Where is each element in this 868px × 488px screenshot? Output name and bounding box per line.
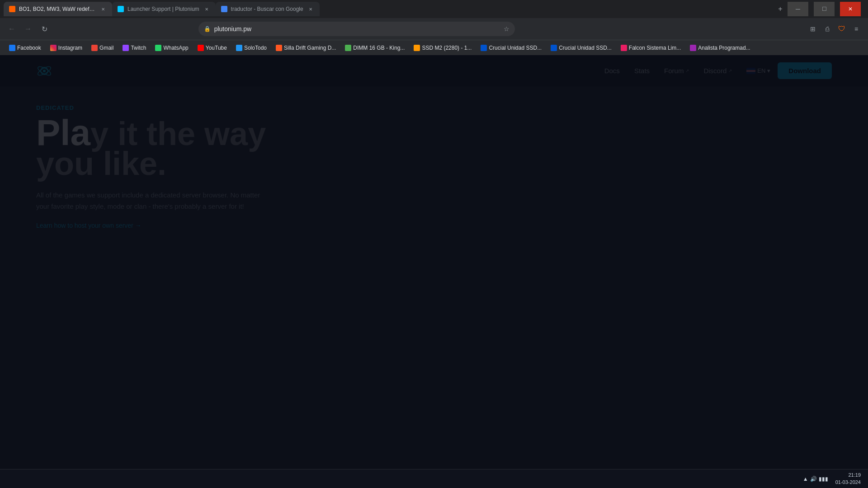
- tray-volume-icon[interactable]: 🔊: [810, 476, 817, 482]
- bookmark-favicon: [345, 45, 351, 51]
- close-button[interactable]: ✕: [840, 2, 861, 16]
- bookmark-label: Silla Drift Gaming D...: [284, 45, 336, 51]
- bookmark-label: DIMM 16 GB - King...: [353, 45, 405, 51]
- bookmark-icon: ☆: [504, 25, 509, 33]
- bookmark-favicon: [481, 45, 487, 51]
- bookmark-label: YouTube: [206, 45, 227, 51]
- tab-title: Launcher Support | Plutonium: [127, 6, 199, 12]
- bookmark-label: Crucial Unidad SSD...: [559, 45, 612, 51]
- taskbar-clock[interactable]: 21:19 01-03-2024: [832, 472, 864, 486]
- tab-close-button[interactable]: ✕: [307, 5, 314, 13]
- tab-2[interactable]: Launcher Support | Plutonium ✕: [112, 2, 216, 16]
- tab-bar-left: BO1, BO2, MW3, WaW redefine... ✕ Launche…: [4, 2, 773, 16]
- back-button[interactable]: ←: [5, 23, 18, 35]
- extensions-button[interactable]: ⊞: [807, 23, 819, 35]
- clock-date: 01-03-2024: [835, 479, 861, 486]
- bookmark-label: Twitch: [131, 45, 146, 51]
- reload-button[interactable]: ↻: [38, 23, 51, 35]
- bookmark-favicon: [155, 45, 161, 51]
- bookmark-item-0[interactable]: Facebook: [5, 43, 45, 53]
- toolbar-icons: ⊞ ⎙ 🛡 ≡: [807, 23, 863, 35]
- minimize-button[interactable]: ─: [788, 2, 808, 16]
- taskbar: ▲ 🔊 ▮▮▮ 21:19 01-03-2024: [0, 469, 868, 488]
- bookmark-item-10[interactable]: Crucial Unidad SSD...: [477, 43, 545, 53]
- bookmark-favicon: [621, 45, 627, 51]
- brave-shield-button[interactable]: 🛡: [835, 23, 848, 35]
- clock-time: 21:19: [835, 472, 861, 479]
- tab-favicon: [221, 6, 227, 12]
- bookmark-item-7[interactable]: Silla Drift Gaming D...: [272, 43, 340, 53]
- bookmark-item-13[interactable]: Analista Programad...: [686, 43, 754, 53]
- maximize-button[interactable]: ☐: [814, 2, 835, 16]
- bookmark-favicon: [123, 45, 129, 51]
- bookmark-item-8[interactable]: DIMM 16 GB - King...: [341, 43, 408, 53]
- bookmark-label: Analista Programad...: [698, 45, 750, 51]
- bookmark-item-4[interactable]: WhatsApp: [151, 43, 192, 53]
- bookmark-label: Facebook: [17, 45, 41, 51]
- tray-chevron[interactable]: ▲: [803, 476, 808, 482]
- bookmark-item-1[interactable]: Instagram: [47, 43, 86, 53]
- bookmark-favicon: [9, 45, 15, 51]
- bookmark-favicon: [276, 45, 282, 51]
- address-bar[interactable]: 🔒 plutonium.pw ☆: [198, 22, 515, 36]
- bookmark-label: WhatsApp: [163, 45, 188, 51]
- url-text: plutonium.pw: [214, 25, 500, 33]
- address-bar-row: ← → ↻ 🔒 plutonium.pw ☆ ⊞ ⎙ 🛡 ≡: [0, 18, 868, 40]
- tab-favicon: [9, 6, 15, 12]
- tray-battery-icon: ▮▮▮: [819, 476, 828, 482]
- bookmark-label: Gmail: [99, 45, 113, 51]
- tab-3[interactable]: traductor - Buscar con Google ✕: [216, 2, 320, 16]
- tab-bar: BO1, BO2, MW3, WaW redefine... ✕ Launche…: [0, 0, 868, 18]
- bookmark-item-11[interactable]: Crucial Unidad SSD...: [547, 43, 615, 53]
- bookmark-item-6[interactable]: SoloTodo: [232, 43, 270, 53]
- bookmark-label: SoloTodo: [244, 45, 267, 51]
- system-tray: ▲ 🔊 ▮▮▮: [803, 476, 828, 482]
- taskbar-right: ▲ 🔊 ▮▮▮ 21:19 01-03-2024: [803, 472, 864, 486]
- tab-close-button[interactable]: ✕: [203, 5, 210, 13]
- bookmark-favicon: [50, 45, 57, 51]
- bookmark-favicon: [414, 45, 420, 51]
- tab-title: BO1, BO2, MW3, WaW redefine...: [19, 6, 96, 12]
- bookmark-item-12[interactable]: Falcon Sistema Lim...: [617, 43, 684, 53]
- bookmark-favicon: [551, 45, 557, 51]
- browser-chrome: BO1, BO2, MW3, WaW redefine... ✕ Launche…: [0, 0, 868, 55]
- new-tab-button[interactable]: +: [774, 3, 787, 15]
- website-content: Docs Stats Forum ↗ Discord ↗ EN ▾ Downlo…: [0, 55, 868, 469]
- tab-title: traductor - Buscar con Google: [231, 6, 303, 12]
- window-grid-overlay: [0, 55, 868, 469]
- bookmark-item-5[interactable]: YouTube: [194, 43, 231, 53]
- tab-favicon: [118, 6, 124, 12]
- tab-close-button[interactable]: ✕: [99, 5, 107, 13]
- bookmark-item-2[interactable]: Gmail: [88, 43, 117, 53]
- lock-icon: 🔒: [204, 26, 211, 32]
- bookmark-favicon: [236, 45, 242, 51]
- menu-button[interactable]: ≡: [850, 23, 863, 35]
- bookmark-favicon: [91, 45, 98, 51]
- bookmark-item-3[interactable]: Twitch: [119, 43, 150, 53]
- bookmarks-bar: FacebookInstagramGmailTwitchWhatsAppYouT…: [0, 40, 868, 55]
- bookmark-label: Falcon Sistema Lim...: [629, 45, 681, 51]
- bookmark-label: SSD M2 (2280) - 1...: [422, 45, 472, 51]
- window-controls: ─ ☐ ✕: [788, 2, 864, 16]
- bookmark-label: Crucial Unidad SSD...: [489, 45, 542, 51]
- bookmark-item-9[interactable]: SSD M2 (2280) - 1...: [410, 43, 475, 53]
- bookmark-label: Instagram: [58, 45, 82, 51]
- bookmark-favicon: [198, 45, 204, 51]
- forward-button[interactable]: →: [22, 23, 34, 35]
- bookmark-favicon: [690, 45, 696, 51]
- tab-1[interactable]: BO1, BO2, MW3, WaW redefine... ✕: [4, 2, 112, 16]
- share-button[interactable]: ⎙: [821, 23, 834, 35]
